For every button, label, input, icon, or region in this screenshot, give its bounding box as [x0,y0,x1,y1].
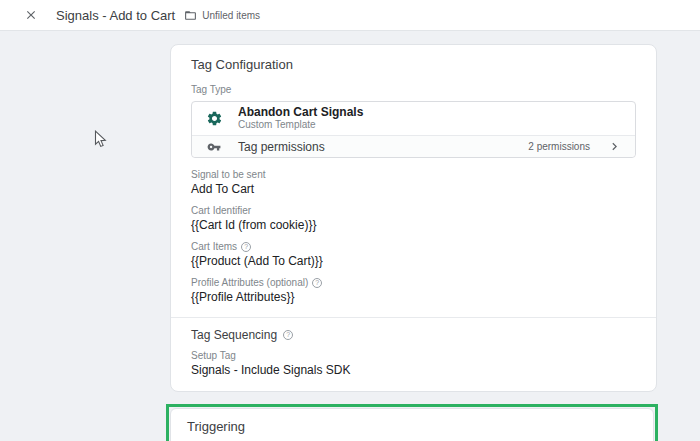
tag-configuration-heading: Tag Configuration [191,57,636,72]
mouse-cursor [94,130,108,149]
tag-permissions-count: 2 permissions [528,141,590,152]
folder-icon [184,9,197,22]
tag-configuration-card[interactable]: Tag Configuration Tag Type Abandon Cart … [170,44,657,392]
field-value: {{Profile Attributes}} [191,290,636,305]
help-icon[interactable]: ? [312,278,322,288]
tag-editor-body: Tag Configuration Tag Type Abandon Cart … [0,44,700,441]
tag-type-name: Abandon Cart Signals [238,106,363,119]
green-highlight-annotation: Triggering Firing Triggers Add to Cart A… [166,404,658,441]
chevron-right-icon [607,139,622,154]
field-cart-items: Cart Items ? {{Product (Add To Cart)}} [191,241,636,269]
folder-label: Unfiled items [202,10,260,21]
tag-permissions-label: Tag permissions [238,140,325,154]
setup-tag-value: Signals - Include Signals SDK [191,363,636,378]
help-icon[interactable]: ? [283,330,293,340]
section-divider [171,317,656,318]
field-signal-to-be-sent: Signal to be sent Add To Cart [191,169,636,197]
tag-editor-header: Signals - Add to Cart Unfiled items [0,0,700,31]
triggering-card[interactable]: Triggering Firing Triggers Add to Cart A… [170,408,654,441]
page-title: Signals - Add to Cart [56,8,175,23]
tag-sequencing-heading: Tag Sequencing ? [191,328,636,342]
tag-type-label: Tag Type [191,84,636,96]
close-icon[interactable] [22,6,40,24]
help-icon[interactable]: ? [241,242,251,252]
field-label: Profile Attributes (optional) [191,277,308,289]
tag-type-row[interactable]: Abandon Cart Signals Custom Template [192,102,635,135]
field-value: {{Cart Id (from cookie)}} [191,218,636,233]
gear-icon [205,110,223,127]
triggering-heading: Triggering [187,419,637,434]
field-label: Cart Items [191,241,237,253]
tag-type-subtitle: Custom Template [238,119,363,131]
key-icon [205,140,223,154]
field-label: Signal to be sent [191,169,636,181]
tag-type-box: Abandon Cart Signals Custom Template Tag… [191,101,636,158]
field-label: Cart Identifier [191,205,636,217]
folder-button[interactable]: Unfiled items [184,9,260,22]
field-value: {{Product (Add To Cart)}} [191,254,636,269]
field-value: Add To Cart [191,182,636,197]
tag-permissions-row[interactable]: Tag permissions 2 permissions [192,135,635,157]
field-profile-attributes: Profile Attributes (optional) ? {{Profil… [191,277,636,305]
field-setup-tag: Setup Tag Signals - Include Signals SDK [191,350,636,378]
setup-tag-label: Setup Tag [191,350,636,362]
field-cart-identifier: Cart Identifier {{Cart Id (from cookie)}… [191,205,636,233]
